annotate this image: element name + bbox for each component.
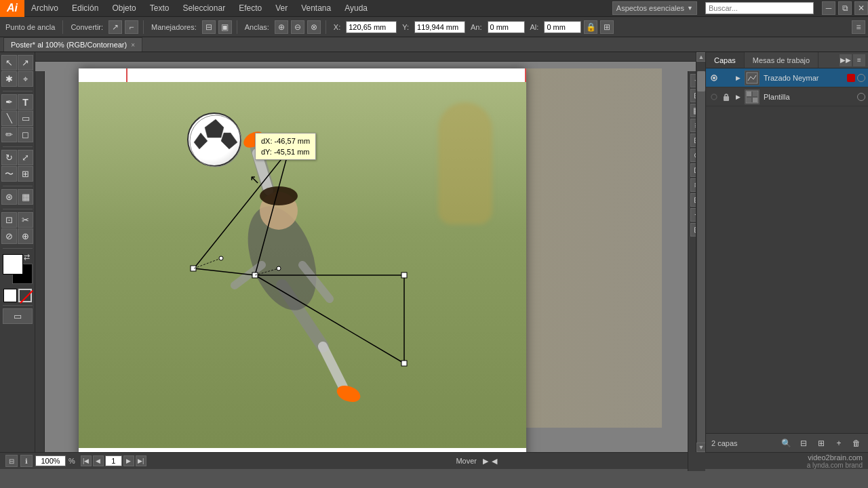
stop-btn[interactable]: ◀ (492, 457, 497, 465)
constrain-btn[interactable]: 🔒 (584, 20, 597, 34)
layers-tab-mesas[interactable]: Mesas de trabajo (745, 52, 818, 68)
make-clipping-btn[interactable]: ⊟ (797, 437, 810, 449)
menu-efecto[interactable]: Efecto (232, 0, 269, 16)
column-graph-tool[interactable]: ▦ (18, 189, 33, 205)
menu-ayuda[interactable]: Ayuda (338, 0, 374, 16)
line-tool[interactable]: ╲ (1, 110, 17, 126)
an-input[interactable] (488, 21, 525, 33)
convert-btn2[interactable]: ⌐ (125, 20, 138, 34)
direct-select-tool[interactable]: ↗ (18, 55, 33, 70)
layers-tab-bar: Capas Mesas de trabajo ▶▶ ≡ (706, 52, 868, 68)
prev-page-btn[interactable]: ◀ (93, 455, 104, 466)
layer-row-trazado-neymar[interactable]: ▶ Trazado Neymar (706, 68, 868, 87)
new-layer-btn[interactable]: + (833, 437, 845, 449)
layer-target-plantilla[interactable] (857, 93, 865, 101)
canvas-area[interactable]: ▲ ▼ (35, 52, 705, 452)
new-sublayer-btn[interactable]: ⊞ (815, 437, 827, 449)
first-page-btn[interactable]: |◀ (81, 455, 92, 466)
menu-seleccionar[interactable]: Seleccionar (176, 0, 232, 16)
convert-btn1[interactable]: ↗ (108, 20, 122, 34)
document-info-btn[interactable]: ℹ (20, 455, 33, 467)
layer-row-plantilla[interactable]: ▶ Plantilla (706, 87, 868, 106)
layer-visibility-trazado[interactable] (709, 73, 719, 83)
search-input[interactable] (705, 2, 814, 14)
right-panel: ✧ ⊟ ▦ ≡ ⊞ ⊗ ⊡ ≋ ⊞ ✦ ⊟ Capas Mesas de (705, 52, 868, 452)
sep3 (237, 20, 237, 34)
layer-target-trazado[interactable] (857, 74, 865, 82)
scroll-up-btn[interactable]: ▲ (696, 52, 705, 62)
an-label: An: (468, 23, 485, 31)
menu-archivo[interactable]: Archivo (24, 0, 65, 16)
symbol-tool[interactable]: ⊛ (1, 189, 17, 205)
none-fill-swatch[interactable] (3, 289, 17, 302)
workspace-selector[interactable]: Aspectos esenciales ▼ (612, 1, 697, 15)
scale-tool[interactable]: ⤢ (18, 150, 33, 165)
free-transform-tool[interactable]: ⊞ (18, 166, 33, 182)
last-page-btn[interactable]: ▶| (136, 455, 146, 466)
more-options-btn[interactable]: ≡ (852, 20, 865, 34)
anchors-btn1[interactable]: ⊕ (275, 20, 288, 34)
restore-btn[interactable]: ⧉ (838, 1, 852, 15)
select-tool[interactable]: ↖ (1, 55, 17, 70)
scroll-down-btn[interactable]: ▼ (696, 443, 705, 452)
layer-lock-plantilla[interactable] (722, 92, 731, 102)
layers-tab-capas[interactable]: Capas (706, 52, 745, 68)
y-input[interactable] (414, 21, 465, 33)
pencil-tool[interactable]: ✏ (1, 127, 17, 142)
align-btn[interactable]: ⊞ (600, 20, 614, 34)
layers-panel-expand-btn[interactable]: ▶▶ (840, 54, 852, 66)
type-tool[interactable]: T (18, 94, 33, 110)
document-tab[interactable]: Poster* al 100% (RGB/Contornear) × (3, 37, 142, 52)
layer-visibility-plantilla[interactable] (709, 92, 719, 102)
anchors-btn2[interactable]: ⊖ (291, 20, 304, 34)
handles-btn2[interactable]: ▣ (218, 20, 232, 34)
close-btn[interactable]: ✕ (854, 1, 868, 15)
layers-panel-menu-btn[interactable]: ≡ (853, 54, 865, 66)
x-input[interactable] (346, 21, 397, 33)
zoom-input[interactable] (35, 455, 66, 466)
swap-colors-btn[interactable]: ⇄ (24, 253, 30, 262)
eraser-tool[interactable]: ◻ (18, 127, 33, 142)
artboard-tool[interactable]: ⊡ (1, 212, 17, 228)
scroll-thumb[interactable] (697, 71, 705, 92)
find-layer-btn[interactable]: 🔍 (780, 437, 792, 449)
zoom-tool[interactable]: ⊕ (18, 228, 33, 244)
magic-wand-tool[interactable]: ✱ (1, 71, 17, 87)
layer-lock-trazado[interactable] (722, 73, 731, 83)
slice-tool[interactable]: ✂ (18, 212, 33, 228)
pen-tool[interactable]: ✒ (1, 94, 17, 110)
top-right-area: Aspectos esenciales ▼ ─ ⧉ ✕ (612, 1, 868, 15)
rect-tool[interactable]: ▭ (18, 110, 33, 126)
menu-ventana[interactable]: Ventana (294, 0, 338, 16)
next-page-btn[interactable]: ▶ (123, 455, 134, 466)
v-scrollbar[interactable]: ▲ ▼ (696, 52, 705, 452)
play-btn[interactable]: ▶ (483, 457, 488, 465)
menu-objeto[interactable]: Objeto (105, 0, 142, 16)
al-input[interactable] (544, 21, 581, 33)
minimize-btn[interactable]: ─ (822, 1, 835, 15)
brand-sub-label: a lynda.com brand (807, 462, 863, 469)
layer-expand-trazado[interactable]: ▶ (733, 73, 743, 83)
menu-texto[interactable]: Texto (143, 0, 176, 16)
layers-tab-options: ▶▶ ≡ (840, 52, 868, 68)
x-label: X: (331, 23, 343, 31)
foreground-color[interactable] (3, 254, 23, 274)
handles-btn1[interactable]: ⊟ (202, 20, 216, 34)
layers-panel: Capas Mesas de trabajo ▶▶ ≡ (706, 52, 868, 452)
page-input[interactable] (105, 455, 122, 466)
warp-tool[interactable]: 〜 (1, 166, 17, 182)
menu-edicion[interactable]: Edición (65, 0, 105, 16)
ai-logo: Ai (0, 0, 24, 17)
anchors-btn3[interactable]: ⊗ (307, 20, 321, 34)
rotate-tool[interactable]: ↻ (1, 150, 17, 165)
toggle-view-btn[interactable]: ⊟ (5, 455, 18, 467)
layer-expand-plantilla[interactable]: ▶ (733, 92, 743, 102)
eyedropper-tool[interactable]: ⊘ (1, 228, 17, 244)
menu-ver[interactable]: Ver (269, 0, 294, 16)
tab-close-btn[interactable]: × (131, 41, 135, 49)
svg-rect-40 (753, 98, 757, 102)
lasso-tool[interactable]: ⌖ (18, 71, 33, 87)
delete-layer-btn[interactable]: 🗑 (850, 437, 863, 449)
stroke-none-indicator[interactable] (18, 289, 32, 302)
change-screen-mode[interactable]: ▭ (3, 308, 33, 324)
